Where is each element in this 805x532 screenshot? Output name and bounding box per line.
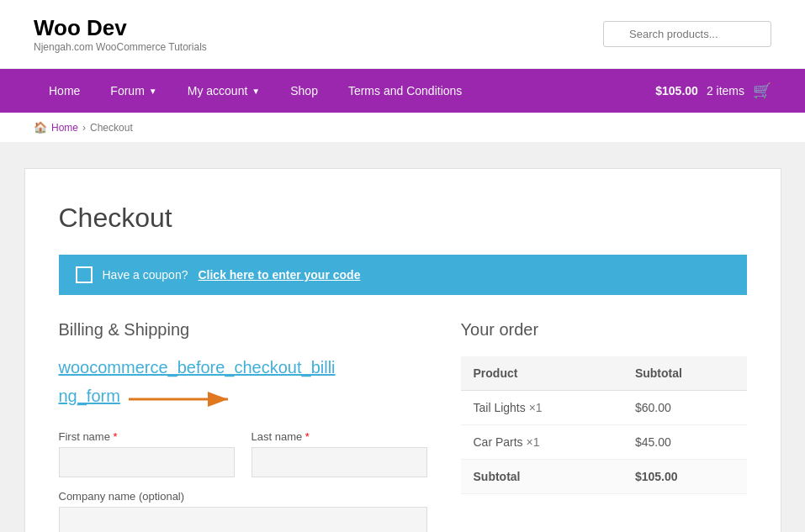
company-name-label: Company name (optional) (59, 490, 427, 503)
nav-item-shop[interactable]: Shop (275, 69, 333, 113)
billing-column: Billing & Shipping woocommerce_before_ch… (59, 320, 427, 532)
search-wrapper: 🔍 (603, 21, 771, 47)
home-icon: 🏠 (34, 121, 47, 134)
item-name: Tail Lights ×1 (461, 391, 622, 425)
hook-text-block: woocommerce_before_checkout_billi ng_for… (59, 356, 427, 413)
subtotal-col-header: Subtotal (622, 356, 747, 391)
coupon-text: Have a coupon? (103, 268, 188, 282)
coupon-icon (76, 266, 93, 283)
nav-item-terms[interactable]: Terms and Conditions (333, 69, 477, 113)
page-title: Checkout (59, 203, 747, 234)
item-price: $45.00 (622, 425, 747, 460)
breadcrumb-current: Checkout (90, 122, 133, 134)
search-input[interactable] (603, 21, 771, 47)
coupon-banner: Have a coupon? Click here to enter your … (59, 255, 747, 295)
order-column: Your order Product Subtotal Tail Lights … (461, 320, 747, 532)
breadcrumb-separator: › (82, 122, 86, 134)
order-table: Product Subtotal Tail Lights ×1 $60.00 (461, 356, 747, 494)
last-name-required: * (305, 430, 310, 443)
myaccount-chevron-icon: ▼ (252, 87, 260, 96)
first-name-required: * (114, 430, 118, 443)
first-name-group: First name * (59, 430, 235, 477)
hook-line2: ng_form (59, 385, 120, 407)
breadcrumb: 🏠 Home › Checkout (0, 113, 805, 143)
last-name-label: Last name * (252, 430, 427, 443)
nav-item-forum[interactable]: Forum ▼ (95, 69, 172, 113)
coupon-link[interactable]: Click here to enter your code (198, 268, 360, 282)
cart-items-count: 2 items (707, 84, 744, 97)
arrow-icon (129, 387, 238, 412)
subtotal-value: $105.00 (622, 460, 747, 494)
table-row: Car Parts ×1 $45.00 (461, 425, 747, 460)
checkout-columns: Billing & Shipping woocommerce_before_ch… (59, 320, 747, 532)
company-name-group: Company name (optional) (59, 490, 427, 532)
forum-chevron-icon: ▼ (149, 87, 157, 96)
site-header: Woo Dev Njengah.com WooCommerce Tutorial… (0, 0, 805, 69)
site-branding: Woo Dev Njengah.com WooCommerce Tutorial… (34, 15, 207, 53)
item-price: $60.00 (622, 391, 747, 425)
cart-amount: $105.00 (655, 84, 698, 97)
item-name: Car Parts ×1 (461, 425, 622, 460)
billing-section-title: Billing & Shipping (59, 320, 427, 340)
product-col-header: Product (461, 356, 622, 391)
order-section-title: Your order (461, 320, 747, 340)
company-name-input[interactable] (59, 507, 427, 532)
first-name-input[interactable] (59, 447, 235, 477)
nav-item-home[interactable]: Home (34, 69, 95, 113)
site-tagline: Njengah.com WooCommerce Tutorials (34, 41, 207, 53)
table-row: Tail Lights ×1 $60.00 (461, 391, 747, 425)
site-title: Woo Dev (34, 15, 207, 41)
nav-item-myaccount[interactable]: My account ▼ (172, 69, 276, 113)
nav-links: Home Forum ▼ My account ▼ Shop Terms and… (34, 69, 477, 113)
cart-area: $105.00 2 items 🛒 (655, 82, 771, 100)
subtotal-label: Subtotal (461, 460, 622, 494)
last-name-group: Last name * (252, 430, 427, 477)
hook-line1: woocommerce_before_checkout_billi (59, 356, 427, 378)
name-form-row: First name * Last name * (59, 430, 427, 477)
site-nav: Home Forum ▼ My account ▼ Shop Terms and… (0, 69, 805, 113)
main-content: Checkout Have a coupon? Click here to en… (24, 168, 781, 532)
breadcrumb-home-link[interactable]: Home (51, 122, 78, 134)
last-name-input[interactable] (252, 447, 427, 477)
subtotal-row: Subtotal $105.00 (461, 460, 747, 494)
hook-line2-row: ng_form (59, 385, 427, 413)
cart-button[interactable]: 🛒 (753, 82, 771, 100)
first-name-label: First name * (59, 430, 235, 443)
